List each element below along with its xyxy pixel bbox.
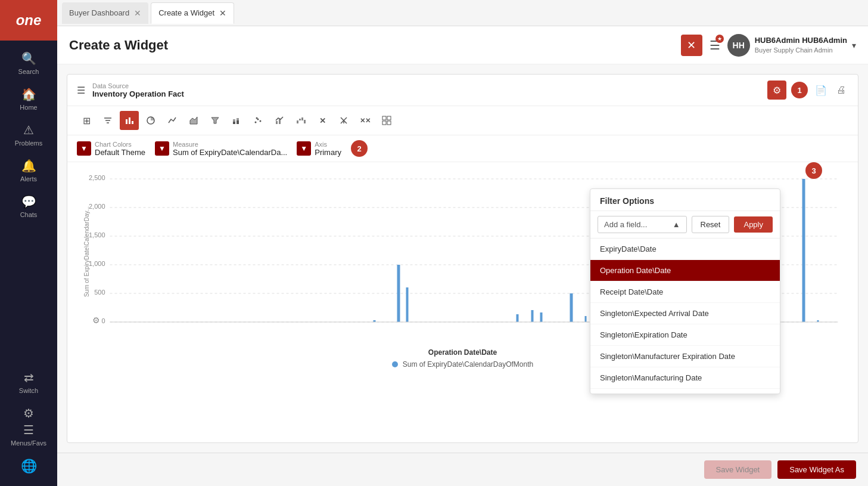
toolbar-table[interactable]: ⊞ [77,111,96,130]
filter-options-title: Filter Options [590,189,780,211]
svg-rect-45 [406,287,409,322]
gear-icon: ⚙ [23,406,34,420]
svg-rect-46 [517,314,519,322]
tab-buyer-dashboard[interactable]: Buyer Dashboard ✕ [62,2,148,24]
sidebar-label-problems: Problems [15,140,42,147]
svg-rect-10 [233,119,235,122]
chart-options-row: ▼ Chart Colors Default Theme ▼ Measure S… [67,135,858,162]
app-logo[interactable]: one [0,0,57,41]
axis-label: Axis [315,141,341,148]
svg-rect-22 [304,120,306,123]
warning-icon: ⚠ [23,123,34,137]
sidebar-bottom: ⇄ Switch ⚙ ☰ Menus/Favs 🌐 [0,364,57,486]
toolbar-waterfall[interactable] [291,111,310,130]
chart-colors-group: ▼ Chart Colors Default Theme [77,141,145,157]
sidebar-item-globe[interactable]: 🌐 [0,453,57,480]
axis-value: Primary [315,148,341,157]
toolbar-filter[interactable] [98,111,117,130]
filter-option-singleton-expiration[interactable]: Singleton\Expiration Date [590,324,780,346]
filter-field-row: Add a field... ▲ Reset Apply [590,211,780,239]
filter-option-singleton-mfg[interactable]: Singleton\Manufacturing Date [590,367,780,389]
toolbar-stacked[interactable] [227,111,246,130]
sidebar-item-alerts[interactable]: 🔔 Alerts [0,153,57,188]
search-icon: 🔍 [21,51,36,66]
svg-marker-7 [190,117,197,124]
globe-icon: 🌐 [21,459,37,474]
tab-buyer-label: Buyer Dashboard [69,8,129,17]
filter-button[interactable]: ⚙ [767,81,786,100]
sidebar: one 🔍 Search 🏠 Home ⚠ Problems 🔔 Alerts … [0,0,57,486]
toolbar-funnel[interactable] [206,111,225,130]
filter-dropdown: Filter Options Add a field... ▲ Reset Ap… [590,188,780,394]
filter-option-singleton-expected[interactable]: Singleton\Expected Arrival Date [590,303,780,324]
tab-buyer-close[interactable]: ✕ [134,9,141,17]
apply-button[interactable]: Apply [734,216,773,233]
axis-dropdown[interactable]: ▼ [297,141,311,156]
sidebar-item-switch[interactable]: ⇄ Switch [0,364,57,400]
print-button[interactable]: 🖨 [834,82,848,98]
filter-option-operation[interactable]: Operation Date\Date [590,260,780,281]
user-role: Buyer Supply Chain Admin [755,46,847,54]
svg-rect-49 [570,293,573,322]
toolbar-pie[interactable] [141,111,160,130]
sidebar-item-home[interactable]: 🏠 Home [0,81,57,117]
filter-option-expiry[interactable]: ExpiryDate\Date [590,239,780,260]
tab-create-widget[interactable]: Create a Widget ✕ [151,2,234,24]
svg-rect-47 [531,310,534,322]
svg-text:2,000: 2,000 [89,203,105,210]
widget-panel: ☰ Data Source Inventory Operation Fact ⚙… [67,74,858,443]
toolbar-line[interactable] [163,111,182,130]
chart-colors-dropdown[interactable]: ▼ [77,141,91,156]
toolbar-bar-chart[interactable] [120,111,139,130]
main-area: Buyer Dashboard ✕ Create a Widget ✕ Crea… [57,0,868,486]
add-field-dropdown[interactable]: Add a field... ▲ [598,216,687,233]
filter-option-site-activation[interactable]: Site\Activation Date [590,389,780,394]
datasource-name: Inventory Operation Fact [92,89,184,98]
toolbar-scatter[interactable] [248,111,267,130]
toolbar-y[interactable] [334,111,353,130]
step-badge-2: 2 [351,140,368,157]
menu-icon-button[interactable]: ☰ ★ [710,38,720,52]
toolbar-x[interactable]: ✕ [313,111,332,130]
copy-button[interactable]: 📄 [813,82,829,98]
svg-text:0: 0 [101,317,105,324]
save-widget-button[interactable]: Save Widget [704,460,772,479]
svg-rect-12 [237,118,239,120]
list-icon: ☰ [77,85,85,96]
chart-area: 3 Filter Options Add a field... ▲ Reset … [67,162,858,442]
sidebar-item-problems[interactable]: ⚠ Problems [0,117,57,153]
measure-dropdown[interactable]: ▼ [155,141,169,156]
toolbar-area[interactable] [184,111,203,130]
svg-rect-28 [382,121,386,125]
sidebar-item-search[interactable]: 🔍 Search [0,45,57,81]
chevron-down-icon[interactable]: ▾ [852,41,856,50]
toolbar-combo[interactable] [270,111,289,130]
page-title: Create a Widget [69,38,681,53]
svg-marker-8 [211,117,219,123]
sidebar-label-chats: Chats [20,211,38,218]
sidebar-item-menus[interactable]: ⚙ ☰ Menus/Favs [0,400,57,453]
measure-label: Measure [173,141,287,148]
user-profile[interactable]: HH HUB6Admin HUB6Admin Buyer Supply Chai… [727,34,856,57]
svg-rect-26 [382,116,386,120]
svg-text:⚙: ⚙ [92,315,100,325]
tab-create-close[interactable]: ✕ [219,9,226,17]
close-button[interactable]: ✕ [681,35,702,56]
svg-text:500: 500 [94,289,105,296]
svg-rect-29 [387,121,391,125]
avatar: HH [727,34,750,57]
svg-rect-18 [279,119,281,124]
toolbar-grid[interactable] [377,111,396,130]
svg-rect-19 [297,120,298,123]
reset-button[interactable]: Reset [692,216,730,233]
sidebar-item-chats[interactable]: 💬 Chats [0,188,57,224]
filter-option-receipt[interactable]: Receipt Date\Date [590,281,780,303]
print-icon: 🖨 [836,85,846,95]
filter-option-singleton-mfr-exp[interactable]: Singleton\Manufacturer Expiration Date [590,346,780,367]
svg-rect-3 [126,119,127,124]
svg-rect-5 [132,121,133,124]
save-widget-as-button[interactable]: Save Widget As [777,460,856,479]
svg-rect-21 [301,117,303,120]
svg-point-13 [255,122,257,123]
toolbar-xy[interactable]: ✕✕ [356,111,375,130]
